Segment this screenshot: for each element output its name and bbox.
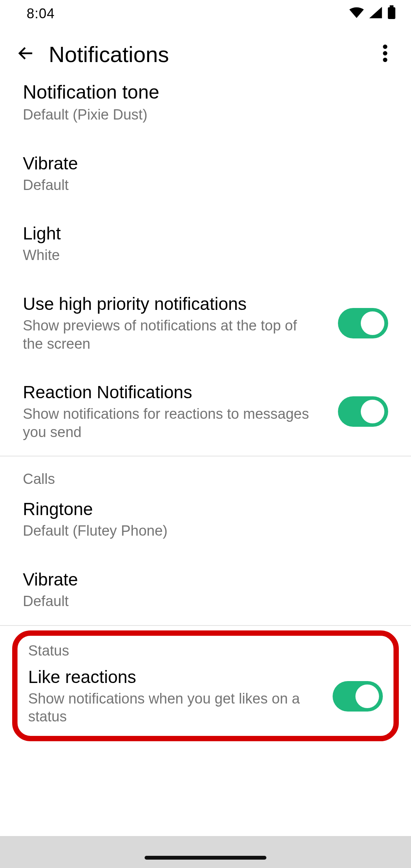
row-title: Vibrate bbox=[23, 153, 373, 174]
row-value: White bbox=[23, 246, 373, 265]
svg-point-4 bbox=[383, 58, 387, 62]
toggle-like-reactions[interactable] bbox=[333, 681, 383, 712]
toggle-high-priority[interactable] bbox=[338, 308, 388, 338]
back-button[interactable] bbox=[8, 44, 44, 64]
row-value: Default (Flutey Phone) bbox=[23, 522, 373, 540]
row-notification-tone[interactable]: Notification tone Default (Pixie Dust) bbox=[0, 81, 411, 139]
toggle-knob bbox=[361, 311, 384, 335]
battery-icon bbox=[387, 5, 396, 22]
wifi-icon bbox=[349, 6, 364, 22]
row-title: Notification tone bbox=[23, 81, 373, 104]
row-value: Default bbox=[23, 176, 373, 195]
row-description: Show previews of notifications at the to… bbox=[23, 317, 320, 353]
row-description: Show notifications when you get likes on… bbox=[28, 690, 317, 726]
row-calls-vibrate[interactable]: Vibrate Default bbox=[0, 555, 411, 625]
more-vertical-icon bbox=[383, 45, 387, 64]
app-bar: Notifications bbox=[0, 27, 411, 81]
row-description: Show notifications for reactions to mess… bbox=[23, 405, 320, 441]
row-value: Default bbox=[23, 592, 373, 611]
svg-point-3 bbox=[383, 51, 387, 56]
row-title: Ringtone bbox=[23, 499, 373, 520]
section-header-calls: Calls bbox=[0, 456, 411, 493]
row-title: Use high priority notifications bbox=[23, 294, 323, 314]
svg-rect-1 bbox=[388, 7, 395, 19]
row-title: Like reactions bbox=[28, 667, 317, 688]
row-messages-vibrate[interactable]: Vibrate Default bbox=[0, 139, 411, 209]
status-time: 8:04 bbox=[27, 6, 349, 22]
toggle-knob bbox=[355, 685, 379, 708]
status-icons bbox=[349, 5, 396, 22]
toggle-knob bbox=[361, 400, 384, 423]
navigation-handle[interactable] bbox=[145, 856, 266, 860]
section-header-status: Status bbox=[23, 640, 388, 661]
blank-area bbox=[0, 836, 411, 868]
row-reaction-notifications[interactable]: Reaction Notifications Show notification… bbox=[0, 367, 411, 456]
page-title: Notifications bbox=[44, 41, 367, 67]
svg-rect-0 bbox=[390, 5, 393, 7]
status-section-highlight: Status Like reactions Show notifications… bbox=[12, 630, 399, 741]
arrow-left-icon bbox=[16, 44, 35, 64]
cellular-icon bbox=[369, 6, 382, 22]
row-value: Default (Pixie Dust) bbox=[23, 106, 373, 124]
row-title: Vibrate bbox=[23, 569, 373, 590]
row-messages-light[interactable]: Light White bbox=[0, 209, 411, 279]
divider bbox=[0, 625, 411, 626]
row-ringtone[interactable]: Ringtone Default (Flutey Phone) bbox=[0, 493, 411, 555]
settings-list: Notification tone Default (Pixie Dust) V… bbox=[0, 81, 411, 744]
system-status-bar: 8:04 bbox=[0, 0, 411, 27]
svg-point-2 bbox=[383, 45, 387, 49]
row-title: Light bbox=[23, 223, 373, 244]
row-title: Reaction Notifications bbox=[23, 382, 323, 403]
row-high-priority[interactable]: Use high priority notifications Show pre… bbox=[0, 279, 411, 367]
row-like-reactions[interactable]: Like reactions Show notifications when y… bbox=[23, 661, 388, 728]
more-options-button[interactable] bbox=[367, 45, 403, 64]
toggle-reaction-notifications[interactable] bbox=[338, 396, 388, 427]
